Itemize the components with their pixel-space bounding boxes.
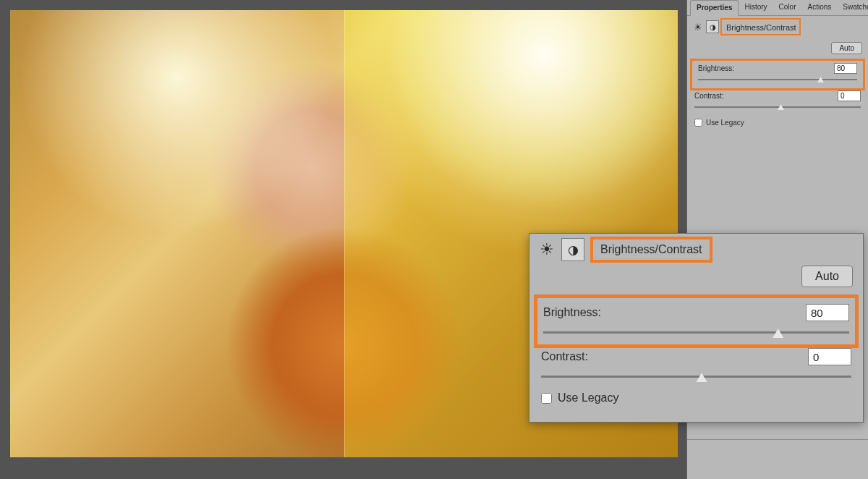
brightness-icon: ☀	[535, 238, 558, 261]
brightness-highlight: Brightness:	[690, 59, 865, 90]
brightness-value-input[interactable]	[834, 63, 857, 74]
contrast-value-input[interactable]	[838, 90, 861, 101]
zoom-overlay-panel: ☀ ◑ Brightness/Contrast Auto Brightness:…	[529, 233, 864, 423]
panel-bottom-strip	[687, 439, 868, 479]
adjustment-title-highlight: Brightness/Contrast	[720, 18, 801, 35]
tab-color[interactable]: Color	[773, 0, 802, 15]
brightness-icon: ☀	[692, 20, 705, 33]
mask-icon[interactable]: ◑	[706, 20, 719, 33]
contrast-slider-block: Contrast:	[692, 90, 864, 111]
tab-actions[interactable]: Actions	[802, 0, 838, 15]
overlay-brightness-label: Brightness:	[543, 306, 601, 319]
tab-swatches[interactable]: Swatches	[837, 0, 868, 15]
overlay-brightness-slider[interactable]	[543, 326, 849, 340]
adjustment-header: ☀ ◑ Brightness/Contrast	[692, 19, 864, 35]
overlay-contrast-label: Contrast:	[541, 350, 588, 363]
overlay-adjustment-title: Brightness/Contrast	[600, 243, 702, 255]
brightness-label: Brightness:	[698, 64, 734, 72]
overlay-adjustment-header: ☀ ◑ Brightness/Contrast	[529, 234, 863, 266]
mask-icon[interactable]: ◑	[561, 238, 584, 261]
use-legacy-label: Use Legacy	[706, 119, 744, 127]
panel-tabs: Properties History Color Actions Swatche…	[687, 0, 868, 16]
overlay-use-legacy-label: Use Legacy	[558, 391, 619, 404]
overlay-brightness-value-input[interactable]	[806, 304, 849, 321]
contrast-slider[interactable]	[694, 103, 861, 111]
overlay-contrast-value-input[interactable]	[808, 348, 851, 365]
overlay-contrast-slider[interactable]	[541, 370, 851, 384]
adjustment-title: Brightness/Contrast	[726, 23, 796, 32]
use-legacy-row[interactable]: Use Legacy	[692, 116, 864, 130]
overlay-brightness-highlight: Brightness:	[534, 294, 859, 348]
overlay-use-legacy-row[interactable]: Use Legacy	[529, 387, 863, 409]
tab-history[interactable]: History	[739, 0, 773, 15]
use-legacy-checkbox[interactable]	[694, 119, 702, 127]
overlay-title-highlight: Brightness/Contrast	[590, 237, 712, 263]
tab-properties[interactable]: Properties	[690, 0, 739, 16]
auto-button[interactable]: Auto	[831, 42, 862, 54]
brightness-slider-block: Brightness:	[695, 63, 860, 84]
overlay-use-legacy-checkbox[interactable]	[541, 393, 552, 404]
overlay-auto-button[interactable]: Auto	[801, 266, 853, 287]
panel-body: ☀ ◑ Brightness/Contrast Auto Brightness:	[687, 16, 868, 132]
overlay-contrast-slider-block: Contrast:	[529, 348, 863, 384]
brightness-slider[interactable]	[698, 75, 857, 84]
contrast-label: Contrast:	[694, 92, 724, 100]
